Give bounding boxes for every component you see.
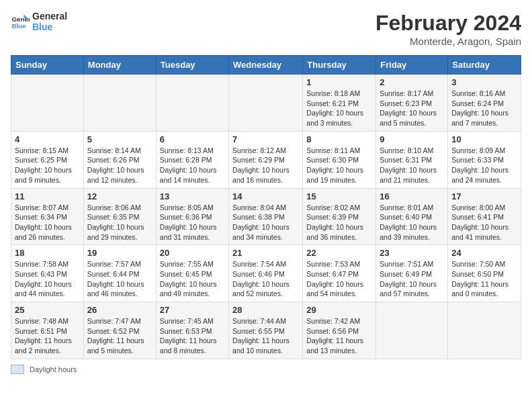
day-cell: 29Sunrise: 7:42 AMSunset: 6:56 PMDayligh… — [303, 302, 376, 359]
day-info: Sunrise: 8:18 AMSunset: 6:21 PMDaylight:… — [306, 89, 372, 128]
day-info: Sunrise: 8:09 AMSunset: 6:33 PMDaylight:… — [451, 146, 517, 185]
logo-icon: General Blue — [11, 12, 30, 31]
day-number: 7 — [232, 134, 299, 144]
day-cell: 9Sunrise: 8:10 AMSunset: 6:31 PMDaylight… — [376, 131, 448, 188]
day-number: 29 — [306, 305, 372, 315]
day-number: 26 — [87, 305, 152, 315]
day-info: Sunrise: 7:53 AMSunset: 6:47 PMDaylight:… — [306, 259, 372, 299]
col-header-monday: Monday — [83, 56, 156, 75]
day-cell: 3Sunrise: 8:16 AMSunset: 6:24 PMDaylight… — [448, 75, 521, 132]
day-info: Sunrise: 8:02 AMSunset: 6:39 PMDaylight:… — [306, 203, 372, 242]
day-cell — [156, 75, 228, 132]
day-number: 25 — [15, 305, 80, 315]
title-block: February 2024 Monterde, Aragon, Spain — [375, 11, 521, 47]
day-number: 13 — [160, 191, 225, 201]
day-cell: 13Sunrise: 8:05 AMSunset: 6:36 PMDayligh… — [156, 188, 228, 245]
col-header-tuesday: Tuesday — [156, 56, 228, 75]
day-number: 8 — [306, 134, 372, 144]
day-cell: 25Sunrise: 7:48 AMSunset: 6:51 PMDayligh… — [11, 302, 84, 359]
day-number: 16 — [380, 191, 444, 201]
day-number: 5 — [87, 134, 152, 144]
day-cell: 11Sunrise: 8:07 AMSunset: 6:34 PMDayligh… — [11, 188, 84, 245]
col-header-thursday: Thursday — [303, 56, 376, 75]
logo-blue: Blue — [32, 21, 67, 32]
day-info: Sunrise: 8:01 AMSunset: 6:40 PMDaylight:… — [380, 203, 444, 242]
day-info: Sunrise: 8:13 AMSunset: 6:28 PMDaylight:… — [160, 146, 225, 185]
col-header-sunday: Sunday — [11, 56, 84, 75]
day-cell — [376, 302, 448, 359]
logo: General Blue General Blue — [11, 11, 67, 32]
day-number: 17 — [451, 191, 517, 201]
day-cell: 4Sunrise: 8:15 AMSunset: 6:25 PMDaylight… — [11, 131, 84, 188]
legend: Daylight hours — [11, 365, 521, 374]
col-header-friday: Friday — [376, 56, 448, 75]
week-row-5: 25Sunrise: 7:48 AMSunset: 6:51 PMDayligh… — [11, 302, 521, 359]
day-info: Sunrise: 7:48 AMSunset: 6:51 PMDaylight:… — [15, 316, 80, 356]
day-cell: 14Sunrise: 8:04 AMSunset: 6:38 PMDayligh… — [229, 188, 303, 245]
day-cell: 5Sunrise: 8:14 AMSunset: 6:26 PMDaylight… — [83, 131, 156, 188]
day-number: 1 — [306, 77, 372, 87]
day-info: Sunrise: 7:55 AMSunset: 6:45 PMDaylight:… — [160, 259, 225, 299]
week-row-3: 11Sunrise: 8:07 AMSunset: 6:34 PMDayligh… — [11, 188, 521, 245]
day-cell: 7Sunrise: 8:12 AMSunset: 6:29 PMDaylight… — [229, 131, 303, 188]
day-cell: 6Sunrise: 8:13 AMSunset: 6:28 PMDaylight… — [156, 131, 228, 188]
day-number: 21 — [232, 248, 299, 258]
day-number: 23 — [380, 248, 444, 258]
day-cell — [11, 75, 84, 132]
day-cell — [448, 302, 521, 359]
week-row-2: 4Sunrise: 8:15 AMSunset: 6:25 PMDaylight… — [11, 131, 521, 188]
day-cell: 24Sunrise: 7:50 AMSunset: 6:50 PMDayligh… — [448, 245, 521, 302]
day-cell — [229, 75, 303, 132]
day-cell: 28Sunrise: 7:44 AMSunset: 6:55 PMDayligh… — [229, 302, 303, 359]
week-row-4: 18Sunrise: 7:58 AMSunset: 6:43 PMDayligh… — [11, 245, 521, 302]
legend-label: Daylight hours — [30, 365, 77, 373]
day-cell: 16Sunrise: 8:01 AMSunset: 6:40 PMDayligh… — [376, 188, 448, 245]
day-number: 28 — [232, 305, 299, 315]
day-cell: 12Sunrise: 8:06 AMSunset: 6:35 PMDayligh… — [83, 188, 156, 245]
day-number: 10 — [451, 134, 517, 144]
day-info: Sunrise: 8:05 AMSunset: 6:36 PMDaylight:… — [160, 203, 225, 242]
day-number: 22 — [306, 248, 372, 258]
day-info: Sunrise: 7:47 AMSunset: 6:52 PMDaylight:… — [87, 316, 152, 356]
legend-box — [11, 365, 24, 374]
week-row-1: 1Sunrise: 8:18 AMSunset: 6:21 PMDaylight… — [11, 75, 521, 132]
day-cell: 8Sunrise: 8:11 AMSunset: 6:30 PMDaylight… — [303, 131, 376, 188]
day-cell: 19Sunrise: 7:57 AMSunset: 6:44 PMDayligh… — [83, 245, 156, 302]
day-cell: 1Sunrise: 8:18 AMSunset: 6:21 PMDaylight… — [303, 75, 376, 132]
day-number: 24 — [451, 248, 517, 258]
day-number: 3 — [451, 77, 517, 87]
location-subtitle: Monterde, Aragon, Spain — [375, 36, 521, 47]
col-header-saturday: Saturday — [448, 56, 521, 75]
day-info: Sunrise: 7:54 AMSunset: 6:46 PMDaylight:… — [232, 259, 299, 299]
day-cell: 22Sunrise: 7:53 AMSunset: 6:47 PMDayligh… — [303, 245, 376, 302]
day-cell: 20Sunrise: 7:55 AMSunset: 6:45 PMDayligh… — [156, 245, 228, 302]
day-cell: 18Sunrise: 7:58 AMSunset: 6:43 PMDayligh… — [11, 245, 84, 302]
day-info: Sunrise: 8:00 AMSunset: 6:41 PMDaylight:… — [451, 203, 517, 242]
day-number: 20 — [160, 248, 225, 258]
day-info: Sunrise: 7:45 AMSunset: 6:53 PMDaylight:… — [160, 316, 225, 356]
day-info: Sunrise: 8:04 AMSunset: 6:38 PMDaylight:… — [232, 203, 299, 242]
day-number: 4 — [15, 134, 80, 144]
day-number: 27 — [160, 305, 225, 315]
svg-text:Blue: Blue — [11, 22, 26, 30]
day-info: Sunrise: 7:44 AMSunset: 6:55 PMDaylight:… — [232, 316, 299, 356]
day-number: 19 — [87, 248, 152, 258]
day-number: 15 — [306, 191, 372, 201]
day-info: Sunrise: 8:07 AMSunset: 6:34 PMDaylight:… — [15, 203, 80, 242]
day-info: Sunrise: 8:06 AMSunset: 6:35 PMDaylight:… — [87, 203, 152, 242]
day-cell: 26Sunrise: 7:47 AMSunset: 6:52 PMDayligh… — [83, 302, 156, 359]
day-info: Sunrise: 8:12 AMSunset: 6:29 PMDaylight:… — [232, 146, 299, 185]
day-info: Sunrise: 8:14 AMSunset: 6:26 PMDaylight:… — [87, 146, 152, 185]
logo-general: General — [32, 11, 67, 21]
day-number: 9 — [380, 134, 444, 144]
day-number: 2 — [380, 77, 444, 87]
day-info: Sunrise: 8:15 AMSunset: 6:25 PMDaylight:… — [15, 146, 80, 185]
day-number: 12 — [87, 191, 152, 201]
day-info: Sunrise: 7:58 AMSunset: 6:43 PMDaylight:… — [15, 259, 80, 299]
day-info: Sunrise: 8:10 AMSunset: 6:31 PMDaylight:… — [380, 146, 444, 185]
day-number: 11 — [15, 191, 80, 201]
day-cell — [83, 75, 156, 132]
day-info: Sunrise: 7:57 AMSunset: 6:44 PMDaylight:… — [87, 259, 152, 299]
calendar-table: SundayMondayTuesdayWednesdayThursdayFrid… — [11, 55, 521, 359]
day-cell: 10Sunrise: 8:09 AMSunset: 6:33 PMDayligh… — [448, 131, 521, 188]
